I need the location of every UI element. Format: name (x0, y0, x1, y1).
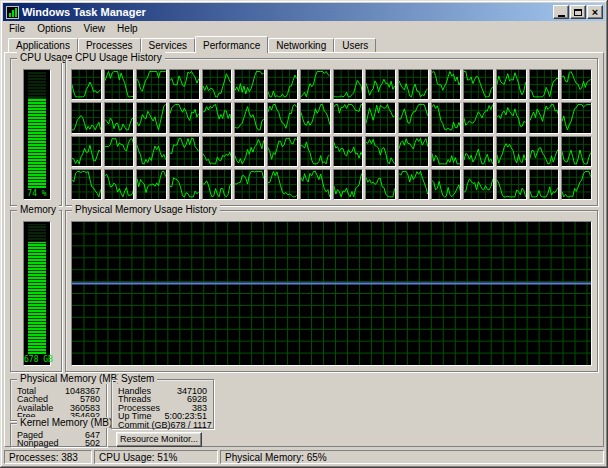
status-physical-memory: Physical Memory: 65% (220, 450, 604, 464)
cpu-core-graph (365, 169, 396, 200)
cpu-core-graph (71, 169, 102, 200)
cpu-core-graph (431, 69, 462, 100)
kernel-memory-group: Kernel Memory (MB) Paged647 Nonpaged502 (10, 423, 107, 447)
physical-memory-rows: Total1048367 Cached5780 Available360583 … (17, 387, 100, 421)
cpu-core-graph (136, 102, 167, 133)
cpu-core-graph (104, 69, 135, 100)
cpu-core-graph (169, 102, 200, 133)
memory-group-label: Memory (17, 204, 59, 215)
task-manager-window: Windows Task Manager × File Options View… (0, 0, 608, 468)
menu-options[interactable]: Options (31, 22, 77, 35)
cpu-core-graph (267, 102, 298, 133)
maximize-button[interactable] (570, 5, 586, 19)
tab-processes[interactable]: Processes (78, 38, 141, 52)
cpu-core-graph (333, 136, 364, 167)
cpu-core-graph (202, 169, 233, 200)
row-value: 502 (85, 439, 100, 447)
physical-memory-group: Physical Memory (MB) Total1048367 Cached… (10, 379, 107, 421)
cpu-usage-gauge: 74 % (23, 69, 51, 200)
menu-file[interactable]: File (3, 22, 31, 35)
tab-strip: Applications Processes Services Performa… (8, 36, 600, 52)
cpu-core-graph (169, 136, 200, 167)
cpu-core-graph (463, 69, 494, 100)
cpu-core-graph (234, 102, 265, 133)
performance-page: CPU Usage 74 % CPU Usage History Memory … (4, 52, 604, 447)
cpu-history-group-label: CPU Usage History (72, 52, 165, 63)
memory-history-group-label: Physical Memory Usage History (72, 204, 220, 215)
cpu-core-graph (333, 69, 364, 100)
cpu-core-graph (234, 69, 265, 100)
cpu-core-graph (234, 136, 265, 167)
window-title: Windows Task Manager (22, 6, 552, 18)
cpu-gauge-track (28, 72, 46, 188)
cpu-core-graph (398, 136, 429, 167)
cpu-core-graph (529, 102, 560, 133)
title-bar[interactable]: Windows Task Manager × (3, 3, 605, 21)
system-group: System Handles347100 Threads6928 Process… (111, 379, 214, 429)
maximize-icon (574, 9, 582, 16)
menu-help[interactable]: Help (111, 22, 144, 35)
status-processes: Processes: 383 (4, 450, 92, 464)
cpu-core-graph (463, 169, 494, 200)
cpu-core-graph (202, 102, 233, 133)
menu-view[interactable]: View (78, 22, 112, 35)
cpu-core-graph (365, 136, 396, 167)
status-cpu-usage: CPU Usage: 51% (94, 450, 218, 464)
cpu-core-graph (496, 69, 527, 100)
cpu-core-graph (463, 136, 494, 167)
resource-monitor-button[interactable]: Resource Monitor... (116, 432, 202, 447)
system-rows: Handles347100 Threads6928 Processes383 U… (118, 387, 207, 429)
cpu-core-graph (496, 136, 527, 167)
cpu-core-graph (169, 69, 200, 100)
cpu-core-graph (463, 102, 494, 133)
cpu-core-graph (398, 102, 429, 133)
tab-networking[interactable]: Networking (268, 38, 334, 52)
tab-performance[interactable]: Performance (195, 36, 268, 53)
cpu-core-graph (300, 69, 331, 100)
cpu-core-graph (136, 69, 167, 100)
status-bar: Processes: 383 CPU Usage: 51% Physical M… (3, 448, 605, 465)
cpu-core-graph (496, 169, 527, 200)
memory-history-graph (71, 221, 592, 366)
system-group-label: System (118, 373, 157, 384)
cpu-core-graph (169, 169, 200, 200)
cpu-core-graph (431, 102, 462, 133)
memory-group: Memory 678 GB (10, 210, 62, 372)
cpu-core-graph (561, 136, 592, 167)
cpu-gauge-value: 74 % (24, 188, 50, 199)
cpu-core-graph (529, 136, 560, 167)
cpu-core-graph (104, 136, 135, 167)
close-button[interactable]: × (587, 5, 603, 19)
cpu-core-graph (234, 169, 265, 200)
cpu-history-grid (71, 69, 592, 200)
cpu-core-graph (71, 136, 102, 167)
cpu-core-graph (365, 102, 396, 133)
tab-applications[interactable]: Applications (8, 38, 78, 52)
cpu-core-graph (300, 169, 331, 200)
cpu-history-group: CPU Usage History (65, 58, 598, 206)
cpu-core-graph (529, 69, 560, 100)
cpu-core-graph (561, 69, 592, 100)
cpu-core-graph (398, 69, 429, 100)
cpu-core-graph (333, 102, 364, 133)
cpu-core-graph (300, 136, 331, 167)
cpu-core-graph (202, 69, 233, 100)
cpu-core-graph (136, 169, 167, 200)
close-icon: × (592, 7, 598, 17)
cpu-core-graph (267, 69, 298, 100)
cpu-core-graph (561, 102, 592, 133)
row-label: Nonpaged (17, 439, 59, 447)
memory-gauge-track (28, 224, 46, 354)
tab-services[interactable]: Services (141, 38, 195, 52)
kernel-memory-group-label: Kernel Memory (MB) (17, 417, 115, 428)
cpu-gauge-fill (28, 98, 46, 188)
cpu-core-graph (431, 169, 462, 200)
minimize-button[interactable] (553, 5, 569, 19)
kernel-memory-rows: Paged647 Nonpaged502 (17, 431, 100, 448)
menu-bar: File Options View Help (3, 21, 605, 36)
memory-gauge-value: 678 GB (24, 354, 50, 365)
cpu-core-graph (398, 169, 429, 200)
cpu-core-graph (136, 136, 167, 167)
tab-users[interactable]: Users (334, 38, 376, 52)
memory-gauge-fill (28, 242, 46, 354)
